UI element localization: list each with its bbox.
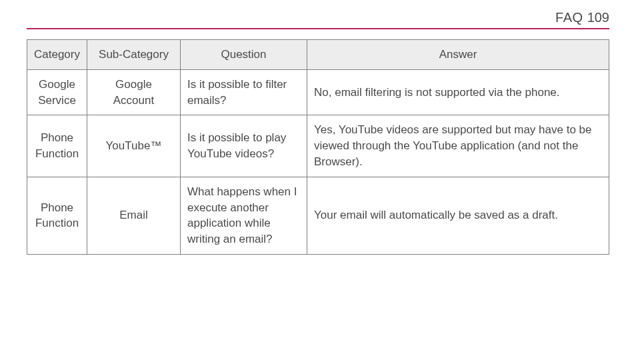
cell-subcategory: Email <box>87 177 181 254</box>
cell-answer: Your email will automatically be saved a… <box>307 177 609 254</box>
cell-category: Phone Function <box>27 115 87 177</box>
cell-category: Google Service <box>27 69 87 115</box>
cell-subcategory: YouTube™ <box>87 115 181 177</box>
table-header-row: Category Sub-Category Question Answer <box>27 40 609 70</box>
cell-question: Is it possible to filter emails? <box>181 69 307 115</box>
cell-category: Phone Function <box>27 177 87 254</box>
cell-subcategory: Google Account <box>87 69 181 115</box>
cell-answer: Yes, YouTube videos are supported but ma… <box>307 115 609 177</box>
cell-question: Is it possible to play YouTube videos? <box>181 115 307 177</box>
faq-table: Category Sub-Category Question Answer Go… <box>27 39 609 255</box>
table-row: Phone Function YouTube™ Is it possible t… <box>27 115 609 177</box>
table-row: Phone Function Email What happens when I… <box>27 177 609 254</box>
col-header-question: Question <box>181 40 307 70</box>
col-header-subcategory: Sub-Category <box>87 40 181 70</box>
col-header-category: Category <box>27 40 87 70</box>
cell-answer: No, email filtering is not supported via… <box>307 69 609 115</box>
col-header-answer: Answer <box>307 40 609 70</box>
header-title: FAQ <box>555 10 583 25</box>
table-row: Google Service Google Account Is it poss… <box>27 69 609 115</box>
header-page-number: 109 <box>587 10 609 25</box>
cell-question: What happens when I execute another appl… <box>181 177 307 254</box>
page-header: FAQ 109 <box>27 10 609 29</box>
